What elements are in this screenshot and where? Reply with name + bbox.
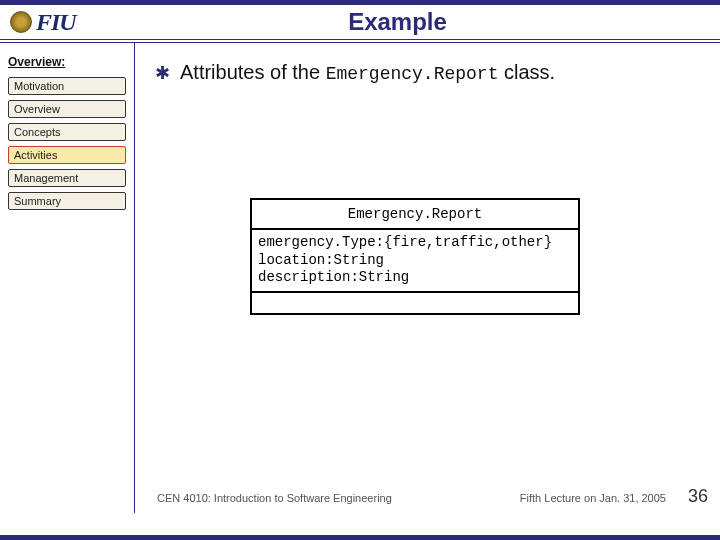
footer-course: CEN 4010: Introduction to Software Engin… (157, 492, 392, 504)
page-title: Example (135, 8, 720, 36)
footer-date: Fifth Lecture on Jan. 31, 2005 (520, 492, 666, 504)
bullet-text: Attributes of the Emergency.Report class… (180, 61, 555, 84)
logo: FIU (0, 5, 135, 39)
bullet-prefix: Attributes of the (180, 61, 326, 83)
logo-text: FIU (36, 9, 76, 36)
body: Overview: Motivation Overview Concepts A… (0, 43, 720, 513)
sidebar-item-management[interactable]: Management (8, 169, 126, 187)
footer-page-number: 36 (688, 486, 708, 507)
slide: FIU Example Overview: Motivation Overvie… (0, 0, 720, 540)
footer: CEN 4010: Introduction to Software Engin… (135, 486, 720, 507)
header: FIU Example (0, 5, 720, 43)
uml-class-box: Emergency.Report emergency.Type:{fire,tr… (250, 198, 580, 315)
uml-attributes: emergency.Type:{fire,traffic,other} loca… (252, 230, 578, 293)
sidebar: Overview: Motivation Overview Concepts A… (0, 43, 135, 513)
sidebar-item-concepts[interactable]: Concepts (8, 123, 126, 141)
sidebar-heading: Overview: (8, 55, 126, 69)
bullet-code: Emergency.Report (326, 64, 499, 84)
sidebar-item-summary[interactable]: Summary (8, 192, 126, 210)
sidebar-item-overview[interactable]: Overview (8, 100, 126, 118)
bullet-icon: ✱ (155, 64, 170, 82)
content: ✱ Attributes of the Emergency.Report cla… (135, 43, 720, 513)
bullet-line: ✱ Attributes of the Emergency.Report cla… (155, 61, 700, 84)
sidebar-item-activities[interactable]: Activities (8, 146, 126, 164)
bullet-suffix: class. (498, 61, 555, 83)
uml-class-name: Emergency.Report (252, 200, 578, 230)
uml-operations (252, 293, 578, 313)
sidebar-item-motivation[interactable]: Motivation (8, 77, 126, 95)
logo-seal-icon (10, 11, 32, 33)
